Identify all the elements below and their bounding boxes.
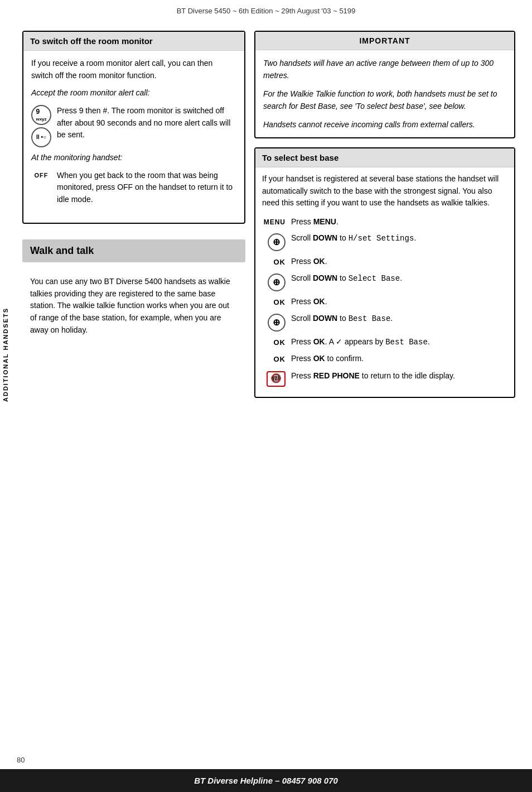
step-scroll2-label: ⊕	[262, 273, 286, 291]
important-para3: Handsets cannot receive incoming calls f…	[263, 118, 506, 131]
walk-talk-title: Walk and talk	[22, 239, 245, 262]
header-title: BT Diverse 5450 ~ 6th Edition ~ 29th Aug…	[177, 7, 356, 15]
step-scroll3: ⊕ Scroll DOWN to Best Base.	[262, 313, 507, 332]
right-column: IMPORTANT Two handsets will have an acti…	[254, 31, 515, 398]
step-red-phone-text: Press RED PHONE to return to the idle di…	[291, 370, 507, 382]
walk-talk-body: You can use any two BT Diverse 5400 hand…	[22, 269, 245, 343]
important-para1: Two handsets will have an active range b…	[263, 57, 506, 82]
step-scroll1: ⊕ Scroll DOWN to H/set Settings.	[262, 232, 507, 251]
off-label: OFF	[31, 171, 51, 180]
important-para2: For the Walkie Talkie function to work, …	[263, 88, 506, 113]
page-footer: BT Diverse Helpline – 08457 908 070	[0, 769, 532, 792]
left-column: To switch off the room monitor If you re…	[22, 31, 245, 398]
step-ok3: OK Press OK. A ✓ appears by Best Base.	[262, 336, 507, 348]
step-ok2-text: Press OK.	[291, 296, 507, 308]
step-ok1: OK Press OK.	[262, 256, 507, 268]
key-hash-icon: II •○	[31, 127, 51, 147]
switch-off-intro: If you receive a room monitor alert call…	[31, 57, 236, 81]
select-base-intro: If your handset is registered at several…	[262, 173, 507, 209]
step-menu-label: MENU	[262, 217, 286, 228]
step-ok1-text: Press OK.	[291, 256, 507, 267]
step-ok4-label: OK	[262, 354, 286, 365]
step-scroll1-label: ⊕	[262, 233, 286, 251]
main-content: To switch off the room monitor If you re…	[0, 20, 532, 409]
step-red-phone: 📵 Press RED PHONE to return to the idle …	[262, 370, 507, 387]
press-9-hash-row: 9wxyz II •○ Press 9 then #. The room mon…	[31, 105, 236, 147]
page-number: 80	[17, 756, 25, 764]
step-ok3-text: Press OK. A ✓ appears by Best Base.	[291, 336, 507, 348]
select-base-body: If your handset is registered at several…	[255, 167, 514, 397]
switch-off-title: To switch off the room monitor	[30, 36, 153, 46]
select-base-box: To select best base If your handset is r…	[254, 147, 515, 398]
nav-icon-2: ⊕	[268, 273, 286, 291]
switch-off-body: If you receive a room monitor alert call…	[23, 51, 244, 223]
important-body: Two handsets will have an active range b…	[255, 50, 514, 137]
off-row: OFF When you get back to the room that w…	[31, 170, 236, 212]
footer-helpline: BT Diverse Helpline – 08457 908 070	[194, 776, 338, 785]
step-ok2: OK Press OK.	[262, 296, 507, 308]
switch-off-box-header: To switch off the room monitor	[23, 32, 244, 51]
nav-icon-1: ⊕	[268, 233, 286, 251]
step-ok1-label: OK	[262, 257, 286, 268]
key-9-icon: 9wxyz	[31, 105, 51, 125]
step-menu: MENU Press MENU.	[262, 216, 507, 228]
important-header: IMPORTANT	[255, 32, 514, 50]
when-back-text: When you get back to the room that was b…	[57, 170, 236, 206]
step-ok3-label: OK	[262, 337, 286, 348]
step-scroll1-text: Scroll DOWN to H/set Settings.	[291, 232, 507, 244]
step-ok2-label: OK	[262, 297, 286, 308]
nav-icon-3: ⊕	[268, 314, 286, 332]
press-9-hash-text: Press 9 then #. The room monitor is swit…	[57, 105, 236, 141]
key-icons: 9wxyz II •○	[31, 105, 51, 147]
step-red-phone-label: 📵	[262, 371, 286, 387]
select-base-header: To select best base	[255, 148, 514, 167]
sidebar-label: ADDITIONAL HANDSETS	[2, 391, 9, 402]
step-scroll3-text: Scroll DOWN to Best Base.	[291, 313, 507, 325]
step-ok4-text: Press OK to confirm.	[291, 353, 507, 364]
phone-icon: 📵	[267, 371, 286, 387]
step-scroll2-text: Scroll DOWN to Select Base.	[291, 272, 507, 285]
accept-label: Accept the room monitor alert call:	[31, 87, 236, 99]
step-scroll2: ⊕ Scroll DOWN to Select Base.	[262, 272, 507, 291]
step-menu-text: Press MENU.	[291, 216, 507, 228]
step-scroll3-label: ⊕	[262, 314, 286, 332]
step-ok4: OK Press OK to confirm.	[262, 353, 507, 365]
at-monitoring-label: At the monitoring handset:	[31, 152, 236, 164]
walk-talk-section: Walk and talk You can use any two BT Div…	[22, 239, 245, 343]
page-header: BT Diverse 5450 ~ 6th Edition ~ 29th Aug…	[0, 0, 532, 20]
switch-off-box: To switch off the room monitor If you re…	[22, 31, 245, 224]
important-box: IMPORTANT Two handsets will have an acti…	[254, 31, 515, 138]
